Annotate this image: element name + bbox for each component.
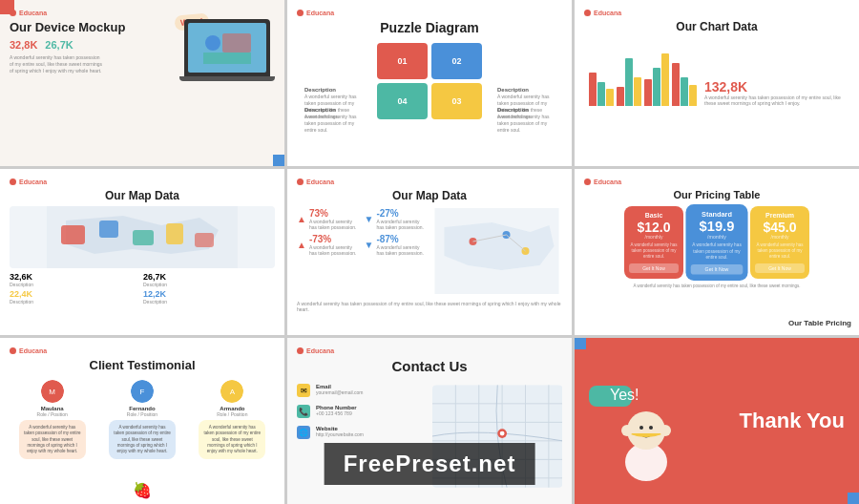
- brand-name-3: Educana: [594, 10, 621, 16]
- slide-thank-you: Yes! Thank You: [575, 338, 859, 504]
- price-card-standard: Standard $19.9 /monthly A wonderful sere…: [685, 204, 747, 280]
- puzzle-piece-2: 02: [431, 43, 482, 79]
- svg-point-28: [499, 431, 504, 436]
- puzzle-container: Description A wonderful serenity has tak…: [297, 43, 562, 148]
- basic-desc: A wonderful serenity has taken possessio…: [629, 242, 679, 260]
- brand-dot-7: [10, 347, 16, 354]
- slide-device-mockup: Educana Our Device Mockup 32,8K 26,7K A …: [0, 0, 284, 166]
- chart-desc: A wonderful serenity has taken possessio…: [704, 94, 845, 106]
- testimonial-bubble-2: A wonderful serenity has taken possessio…: [109, 420, 176, 459]
- svg-rect-7: [133, 230, 154, 245]
- testimonial-3: A Armando Role / Position A wonderful se…: [199, 380, 265, 459]
- puzzle-piece-1: 01: [377, 43, 428, 79]
- map-stat-1-val: 32,6K: [10, 272, 141, 282]
- svg-point-35: [621, 425, 633, 436]
- basic-plan-label: Basic: [629, 212, 679, 219]
- slide-map-data-2: Educana Our Map Data ▲ 73% A wonderful s…: [287, 169, 572, 335]
- map-stat-4-val: 12,2K: [143, 289, 275, 299]
- brand-name-6: Educana: [594, 178, 621, 185]
- avatar-1: M: [41, 380, 64, 403]
- slide-6-title: Our Pricing Table: [584, 189, 849, 200]
- testimonial-1: M Maulana Role / Position A wonderful se…: [19, 380, 86, 459]
- slide-puzzle-diagram: Educana Puzzle Diagram Description A won…: [287, 0, 572, 166]
- slide-4-title: Our Map Data: [10, 189, 275, 202]
- map-1-bg: [10, 206, 275, 268]
- pct-val-4: -87%: [376, 234, 428, 244]
- bar-yellow-3: [661, 53, 669, 106]
- bar-coral-1: [589, 73, 597, 106]
- standard-period: /monthly: [691, 234, 744, 240]
- pct-group-4: -87% A wonderful serenity has taken poss…: [376, 234, 428, 256]
- screen-image-icon: [199, 29, 256, 67]
- brand-name-8: Educana: [306, 347, 334, 354]
- map-2-visual: [431, 208, 562, 298]
- puzzle-desc-bl: Description A wonderful serenity has tak…: [304, 106, 362, 134]
- up-arrow-icon-1: ▲: [297, 214, 306, 224]
- bar-group-3: [644, 53, 669, 106]
- contact-email-info: Email youremail@email.com: [316, 384, 364, 395]
- person-3-role: Role / Position: [199, 411, 265, 417]
- testimonial-bubble-1: A wonderful serenity has taken possessio…: [19, 420, 86, 459]
- bar-teal-3: [653, 68, 660, 106]
- avatar-1-img: M: [41, 380, 64, 403]
- basic-cta-button[interactable]: Get It Now: [629, 263, 679, 273]
- slide-8-title: Contact Us: [297, 358, 562, 374]
- puzzle-desc-br: Description A wonderful serenity has tak…: [497, 106, 555, 134]
- brand-dot-2: [297, 10, 304, 16]
- brand-dot-4: [10, 178, 16, 185]
- map-stat-2-val: 26,7K: [143, 272, 275, 282]
- brand-logo-3: Educana: [584, 10, 849, 16]
- corner-blue-br: [848, 493, 859, 504]
- standard-price: $19.9: [691, 220, 744, 234]
- svg-point-33: [639, 426, 643, 430]
- premium-price: $45.0: [755, 220, 805, 234]
- corner-decoration-tl: [0, 0, 14, 14]
- bar-coral-3: [644, 79, 652, 106]
- contact-phone: 📞 Phone Number +00 123 456 789: [297, 405, 428, 418]
- brand-logo-5: Educana: [297, 178, 562, 185]
- pct-item-3: ▲ -73% A wonderful serenity has taken po…: [297, 234, 361, 256]
- slide-chart-data: Educana Our Chart Data: [575, 0, 859, 166]
- slide-pricing-table: Educana Our Pricing Table Basic $12.0 /m…: [575, 169, 859, 335]
- brand-dot-6: [584, 178, 591, 185]
- chart-bars: 132,8K A wonderful serenity has taken po…: [584, 39, 849, 106]
- bar-yellow-4: [689, 85, 697, 106]
- map-2-svg-icon: [431, 208, 562, 294]
- brand-dot-3: [584, 10, 591, 16]
- pct-val-1: 73%: [309, 208, 361, 219]
- pct-item-4: ▼ -87% A wonderful serenity has taken po…: [365, 234, 429, 256]
- brand-logo-4: Educana: [10, 178, 275, 185]
- svg-rect-9: [195, 233, 214, 247]
- brand-logo-8: Educana: [297, 347, 562, 354]
- character-scene: Yes!: [589, 371, 703, 490]
- pct-group-3: -73% A wonderful serenity has taken poss…: [309, 234, 361, 256]
- svg-point-1: [205, 35, 220, 51]
- contact-email: ✉ Email youremail@email.com: [297, 384, 428, 397]
- thank-you-character-icon: Yes!: [589, 371, 703, 486]
- basic-period: /monthly: [629, 234, 679, 240]
- contact-website: 🌐 Website http://yourwebsite.com: [297, 426, 428, 439]
- thank-you-text: Thank You: [740, 409, 845, 433]
- stat-1-val: 32,8K: [10, 39, 37, 51]
- premium-plan-label: Premium: [755, 212, 805, 219]
- brand-logo-2: Educana: [297, 10, 562, 16]
- device-mockup-area: Wow!: [175, 14, 280, 86]
- standard-plan-label: Standard: [691, 210, 744, 217]
- map-stat-4-label: Description: [143, 299, 275, 304]
- bar-teal-4: [681, 77, 688, 106]
- slide-3-title: Our Chart Data: [584, 20, 849, 33]
- avatar-2-img: F: [131, 380, 154, 403]
- corner-blue-tl: [575, 338, 586, 349]
- map-stat-3: 22,4K Description: [10, 289, 141, 304]
- contact-website-info: Website http://yourwebsite.com: [316, 426, 364, 437]
- map-stat-2: 26,7K Description: [143, 272, 275, 287]
- pct-item-2: ▼ -27% A wonderful serenity has taken po…: [365, 208, 429, 230]
- avatar-3: A: [220, 380, 243, 403]
- premium-cta-button[interactable]: Get It Now: [755, 263, 805, 273]
- map-stat-2-label: Description: [143, 282, 275, 287]
- svg-text:Yes!: Yes!: [610, 387, 639, 403]
- big-number: 132,8K: [704, 79, 845, 94]
- standard-cta-button[interactable]: Get It Now: [691, 264, 744, 275]
- brand-logo-6: Educana: [584, 178, 849, 185]
- pct-group-1: 73% A wonderful serenity has taken posse…: [309, 208, 361, 230]
